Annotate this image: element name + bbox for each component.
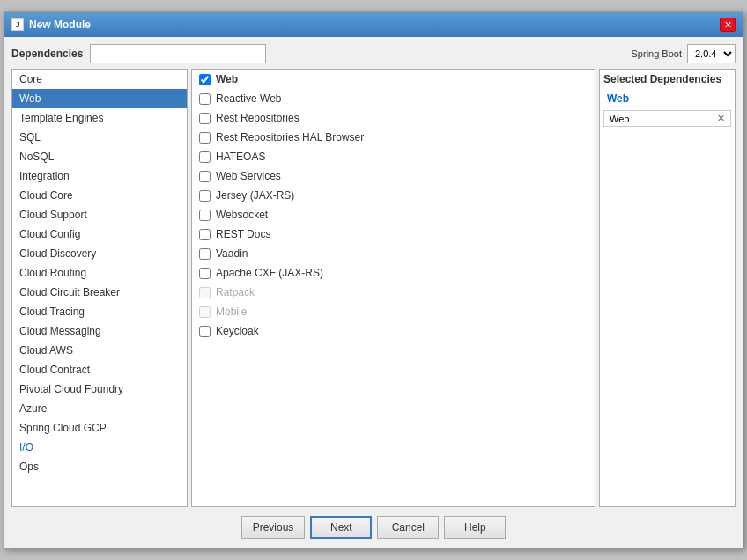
dependency-item-keycloak[interactable]: Keycloak: [192, 321, 595, 341]
dialog-window: J New Module ✕ Dependencies Spring Boot …: [4, 11, 743, 549]
checkbox-mobile[interactable]: [199, 306, 211, 318]
sidebar-item-cloud-contract[interactable]: Cloud Contract: [12, 360, 187, 379]
dependency-label-hateoas: HATEOAS: [216, 151, 265, 163]
dependency-item-apache-cxf[interactable]: Apache CXF (JAX-RS): [192, 263, 595, 283]
dependency-label-keycloak: Keycloak: [216, 325, 259, 337]
sidebar-item-integration[interactable]: Integration: [12, 166, 187, 186]
dependency-item-vaadin[interactable]: Vaadin: [192, 244, 595, 263]
dependency-item-ratpack[interactable]: Ratpack: [192, 283, 595, 302]
dependency-item-hateoas[interactable]: HATEOAS: [192, 147, 595, 166]
dependency-label-websocket: Websocket: [216, 209, 268, 221]
checkbox-ratpack[interactable]: [199, 287, 211, 298]
checkbox-vaadin[interactable]: [199, 248, 211, 260]
sidebar-item-io[interactable]: I/O: [12, 438, 187, 457]
cancel-button[interactable]: Cancel: [377, 516, 439, 539]
sidebar-item-cloud-discovery[interactable]: Cloud Discovery: [12, 244, 187, 263]
spring-boot-label: Spring Boot: [632, 48, 682, 59]
sidebar-item-nosql[interactable]: NoSQL: [12, 147, 187, 166]
dependency-item-jersey[interactable]: Jersey (JAX-RS): [192, 186, 595, 205]
dependency-label-web: Web: [216, 73, 238, 85]
previous-button[interactable]: Previous: [241, 516, 306, 539]
dependency-item-reactive-web[interactable]: Reactive Web: [192, 89, 595, 108]
sidebar-item-template-engines[interactable]: Template Engines: [12, 108, 187, 128]
right-panel: Selected Dependencies Web Web✕: [599, 69, 736, 507]
sidebar-item-sql[interactable]: SQL: [12, 128, 187, 147]
selected-tag-label-web: Web: [610, 114, 629, 124]
dependency-label-reactive-web: Reactive Web: [216, 92, 281, 105]
help-button[interactable]: Help: [444, 516, 506, 539]
checkbox-web-services[interactable]: [199, 171, 211, 182]
main-content: CoreWebTemplate EnginesSQLNoSQLIntegrati…: [11, 69, 736, 507]
sidebar-item-cloud-messaging[interactable]: Cloud Messaging: [12, 321, 187, 341]
checkbox-rest-docs[interactable]: [199, 229, 211, 240]
search-input[interactable]: [90, 44, 266, 63]
sidebar-item-azure[interactable]: Azure: [12, 399, 187, 418]
dependencies-label: Dependencies: [11, 48, 83, 60]
spring-boot-section: Spring Boot 2.0.4 2.1.0 2.2.0: [632, 44, 736, 63]
sidebar-item-cloud-config[interactable]: Cloud Config: [12, 225, 187, 244]
selected-tag-web: Web✕: [603, 110, 731, 127]
checkbox-rest-repositories-hal[interactable]: [199, 132, 211, 144]
window-icon: J: [11, 18, 24, 31]
checkbox-reactive-web[interactable]: [199, 93, 211, 105]
spring-boot-select[interactable]: 2.0.4 2.1.0 2.2.0: [687, 44, 736, 63]
close-button[interactable]: ✕: [720, 18, 736, 32]
sidebar-item-cloud-core[interactable]: Cloud Core: [12, 186, 187, 205]
sidebar-item-ops[interactable]: Ops: [12, 457, 187, 476]
dependency-label-jersey: Jersey (JAX-RS): [216, 189, 294, 202]
top-bar: Dependencies Spring Boot 2.0.4 2.1.0 2.2…: [11, 44, 736, 63]
dependency-label-vaadin: Vaadin: [216, 247, 248, 260]
checkbox-web[interactable]: [199, 74, 211, 85]
dependency-item-websocket[interactable]: Websocket: [192, 205, 595, 225]
checkbox-jersey[interactable]: [199, 190, 211, 202]
dependency-label-rest-docs: REST Docs: [216, 228, 270, 240]
dependency-item-web[interactable]: Web: [192, 70, 595, 89]
checkbox-keycloak[interactable]: [199, 326, 211, 337]
selected-category: Web: [603, 91, 731, 107]
sidebar-item-pivotal-cloud-foundry[interactable]: Pivotal Cloud Foundry: [12, 379, 187, 399]
selected-tag-remove-web[interactable]: ✕: [717, 113, 725, 124]
checkbox-rest-repositories[interactable]: [199, 113, 211, 124]
bottom-bar: Previous Next Cancel Help: [11, 512, 736, 541]
next-button[interactable]: Next: [310, 516, 372, 539]
dependency-item-rest-repositories-hal[interactable]: Rest Repositories HAL Browser: [192, 128, 595, 147]
dependency-label-rest-repositories: Rest Repositories: [216, 112, 300, 124]
dependency-label-rest-repositories-hal: Rest Repositories HAL Browser: [216, 131, 364, 144]
sidebar-item-cloud-tracing[interactable]: Cloud Tracing: [12, 302, 187, 321]
sidebar-item-cloud-support[interactable]: Cloud Support: [12, 205, 187, 225]
window-title: New Module: [29, 18, 91, 31]
dependency-label-ratpack: Ratpack: [216, 286, 255, 298]
dependency-label-mobile: Mobile: [216, 306, 247, 318]
title-bar: J New Module ✕: [4, 12, 743, 37]
checkbox-websocket[interactable]: [199, 210, 211, 221]
center-panel: WebReactive WebRest RepositoriesRest Rep…: [191, 69, 595, 507]
sidebar-item-core[interactable]: Core: [12, 70, 187, 89]
dependency-label-web-services: Web Services: [216, 170, 281, 182]
dependency-item-rest-docs[interactable]: REST Docs: [192, 225, 595, 244]
right-panel-title: Selected Dependencies: [603, 73, 731, 85]
checkbox-hateoas[interactable]: [199, 151, 211, 163]
sidebar-item-web[interactable]: Web: [12, 89, 187, 108]
sidebar-item-cloud-aws[interactable]: Cloud AWS: [12, 341, 187, 360]
checkbox-apache-cxf[interactable]: [199, 268, 211, 279]
title-bar-left: J New Module: [11, 18, 91, 31]
sidebar-item-cloud-routing[interactable]: Cloud Routing: [12, 263, 187, 283]
sidebar-item-cloud-circuit-breaker[interactable]: Cloud Circuit Breaker: [12, 283, 187, 302]
left-panel: CoreWebTemplate EnginesSQLNoSQLIntegrati…: [11, 69, 188, 507]
dependency-item-mobile[interactable]: Mobile: [192, 302, 595, 321]
sidebar-item-spring-cloud-gcp[interactable]: Spring Cloud GCP: [12, 418, 187, 438]
dependency-label-apache-cxf: Apache CXF (JAX-RS): [216, 267, 323, 279]
dependency-item-web-services[interactable]: Web Services: [192, 166, 595, 186]
selected-tags-container: Web✕: [603, 110, 731, 127]
dependency-item-rest-repositories[interactable]: Rest Repositories: [192, 108, 595, 128]
dialog-body: Dependencies Spring Boot 2.0.4 2.1.0 2.2…: [4, 37, 743, 548]
